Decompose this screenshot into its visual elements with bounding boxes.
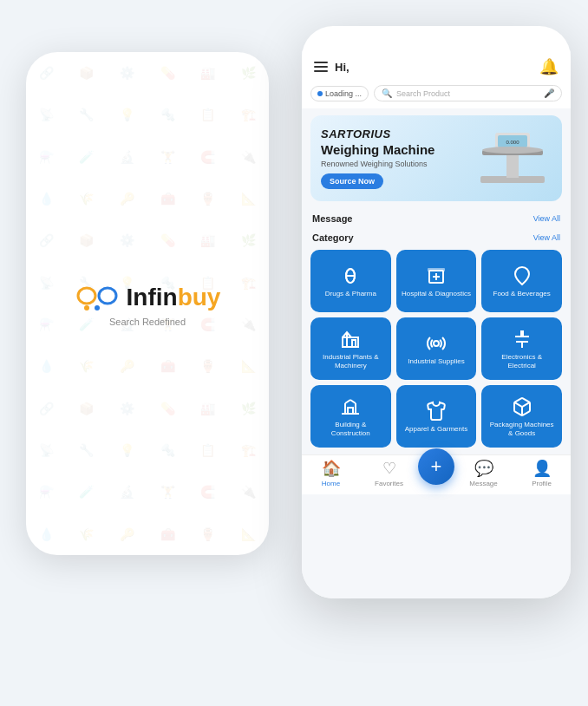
mic-icon[interactable]: 🎤 — [544, 88, 554, 98]
category-label-building: Building & Construction — [316, 421, 386, 439]
nav-label-profile: Profile — [532, 480, 552, 487]
pattern-cell: 💊 — [147, 388, 188, 429]
pattern-cell: 🏗️ — [228, 262, 269, 304]
category-item-packaging[interactable]: Packaging Machines & Goods — [481, 385, 562, 448]
pattern-cell: 💧 — [26, 178, 67, 219]
pattern-cell: 🌾 — [67, 513, 108, 555]
category-label-apparel: Apparel & Garments — [405, 425, 467, 434]
category-item-drugs[interactable]: Drugs & Pharma — [310, 250, 391, 312]
pattern-cell: 💊 — [147, 219, 188, 261]
bottom-nav: 🏠Home♡Favorites+💬Message👤Profile — [302, 454, 571, 494]
pattern-cell: 🔑 — [107, 513, 147, 555]
pattern-cell: 📦 — [67, 219, 108, 261]
pattern-cell: 🏭 — [188, 52, 229, 94]
pattern-cell: 📦 — [67, 52, 108, 94]
svg-rect-31 — [348, 408, 353, 414]
post-fab-button[interactable]: + — [418, 448, 454, 485]
category-item-apparel[interactable]: Apparel & Garments — [396, 385, 477, 448]
logo-container: Infinbuy — [75, 280, 221, 315]
weighing-machine-image: 0.000 — [474, 126, 552, 191]
nav-label-message: Message — [469, 480, 497, 487]
pattern-cell: 💧 — [26, 345, 67, 387]
pattern-cell: 💡 — [107, 429, 147, 471]
pattern-cell: 🔑 — [107, 345, 147, 387]
pattern-cell: 📡 — [26, 94, 67, 135]
nav-item-favorites[interactable]: ♡Favorites — [360, 459, 418, 487]
pattern-cell: 🔑 — [107, 178, 147, 219]
pattern-cell: 🏺 — [188, 513, 229, 555]
category-icon-food — [512, 265, 532, 290]
svg-point-13 — [482, 147, 543, 154]
search-icon: 🔍 — [382, 88, 392, 98]
pattern-cell: 🏗️ — [228, 94, 269, 135]
category-label-industrial_plants: Industrial Plants & Machinery — [316, 353, 386, 371]
svg-text:0.000: 0.000 — [506, 140, 519, 145]
svg-point-0 — [78, 288, 95, 304]
svg-line-29 — [345, 400, 350, 403]
pattern-cell: 🏭 — [188, 219, 229, 261]
pattern-cell: 🌿 — [228, 219, 269, 261]
category-item-electronics[interactable]: Electronics & Electrical — [481, 317, 562, 380]
category-item-industrial_supplies[interactable]: Industrial Supplies — [396, 317, 477, 380]
nav-item-profile[interactable]: 👤Profile — [513, 459, 571, 487]
bell-icon[interactable]: 🔔 — [539, 57, 559, 76]
banner-content: SARTORIUS Weighing Machine Renowned Weig… — [321, 127, 474, 189]
svg-point-3 — [95, 305, 100, 311]
nav-icon-message: 💬 — [474, 459, 493, 478]
message-view-all[interactable]: View All — [533, 214, 560, 223]
pattern-cell: 🧰 — [147, 513, 188, 555]
pattern-cell: 🔬 — [107, 471, 147, 513]
logo-subtitle: Search Redefined — [109, 317, 186, 327]
message-section-header: Message View All — [302, 208, 571, 227]
location-pill[interactable]: Loading ... — [310, 86, 369, 101]
category-label-industrial_supplies: Industrial Supplies — [408, 357, 464, 366]
pattern-cell: 📋 — [188, 429, 229, 471]
banner-subtitle: Renowned Weighing Solutions — [321, 160, 474, 168]
promo-banner: SARTORIUS Weighing Machine Renowned Weig… — [310, 115, 562, 201]
category-view-all[interactable]: View All — [533, 233, 560, 242]
category-item-hospital[interactable]: Hospital & Diagnostics — [396, 250, 477, 312]
pattern-cell: ⚗️ — [26, 136, 67, 178]
nav-icon-favorites: ♡ — [382, 459, 396, 478]
pattern-cell: 🔗 — [26, 52, 67, 94]
pattern-cell: 🌿 — [228, 388, 269, 429]
location-text: Loading ... — [325, 89, 362, 98]
pattern-cell: 🔬 — [107, 136, 147, 178]
pattern-cell: 🔧 — [67, 94, 108, 135]
phone-front: Hi, 🔔 Loading ... 🔍 Search Product 🎤 SAR… — [302, 26, 571, 598]
pattern-cell: 🏭 — [188, 388, 229, 429]
pattern-cell: 🌿 — [228, 52, 269, 94]
pattern-cell: 🔩 — [147, 94, 188, 135]
banner-title: Weighing Machine — [321, 142, 474, 158]
source-now-button[interactable]: Source Now — [321, 173, 383, 189]
pattern-cell: 📐 — [228, 345, 269, 387]
search-row: Loading ... 🔍 Search Product 🎤 — [302, 82, 571, 108]
nav-item-message[interactable]: 💬Message — [454, 459, 513, 487]
nav-label-home: Home — [322, 480, 340, 487]
hamburger-menu-icon[interactable] — [314, 62, 328, 72]
category-item-industrial_plants[interactable]: Industrial Plants & Machinery — [310, 317, 391, 380]
header-left: Hi, — [314, 61, 350, 74]
logo-text: Infinbuy — [127, 284, 221, 311]
category-item-food[interactable]: Food & Beverages — [481, 250, 562, 312]
pattern-cell: ⚗️ — [26, 304, 67, 345]
pattern-cell: 🔌 — [228, 136, 269, 178]
plus-icon: + — [431, 455, 442, 478]
pattern-cell: 💧 — [26, 513, 67, 555]
pattern-cell: 🧰 — [147, 345, 188, 387]
svg-point-24 — [434, 341, 439, 346]
pattern-cell: 🔧 — [67, 429, 108, 471]
category-item-building[interactable]: Building & Construction — [310, 385, 391, 448]
pattern-cell: 🔗 — [26, 219, 67, 261]
category-label-food: Food & Beverages — [493, 290, 551, 298]
nav-icon-home: 🏠 — [322, 459, 341, 478]
location-dot — [317, 91, 323, 96]
svg-rect-18 — [428, 268, 445, 271]
pattern-cell: 🧪 — [67, 471, 108, 513]
search-box[interactable]: 🔍 Search Product 🎤 — [374, 85, 562, 101]
category-label-electronics: Electronics & Electrical — [487, 353, 557, 371]
category-label-drugs: Drugs & Pharma — [325, 290, 376, 298]
nav-item-home[interactable]: 🏠Home — [302, 459, 360, 487]
pattern-cell: 🧲 — [188, 136, 229, 178]
pattern-cell: 🔌 — [228, 471, 269, 513]
